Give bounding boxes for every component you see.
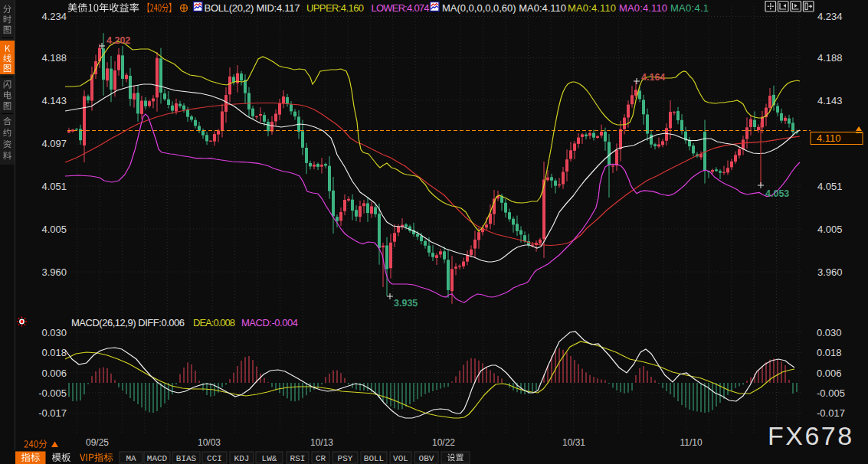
svg-text:4.005: 4.005 — [41, 224, 67, 235]
svg-text:4.234: 4.234 — [41, 11, 67, 22]
svg-text:-0.017: -0.017 — [817, 407, 845, 419]
svg-text:4.164: 4.164 — [641, 72, 665, 83]
svg-text:MA(0,0,0,0,0,60) MA0:4.110: MA(0,0,0,0,0,60) MA0:4.110 — [442, 2, 566, 14]
svg-text:BOLL(20,2) MID:4.117: BOLL(20,2) MID:4.117 — [205, 2, 300, 14]
svg-text:4.234: 4.234 — [817, 11, 843, 22]
svg-text:FX678: FX678 — [768, 421, 854, 450]
svg-text:4.053: 4.053 — [765, 188, 789, 199]
svg-text:10/03: 10/03 — [198, 437, 221, 448]
svg-text:0.018: 0.018 — [41, 347, 67, 358]
svg-text:LW&: LW& — [262, 454, 277, 463]
svg-text:MA0:4.110: MA0:4.110 — [619, 2, 667, 14]
svg-text:CCI: CCI — [207, 454, 222, 463]
svg-text:4.143: 4.143 — [817, 95, 843, 106]
svg-text:MACD(26,12,9) DIFF:0.006: MACD(26,12,9) DIFF:0.006 — [71, 317, 185, 328]
svg-text:BOLL: BOLL — [364, 454, 384, 463]
svg-text:4.051: 4.051 — [41, 181, 67, 192]
svg-text:-0.005: -0.005 — [817, 387, 845, 399]
svg-text:10/22: 10/22 — [432, 437, 455, 448]
svg-text:-0.005: -0.005 — [38, 387, 67, 399]
svg-text:11/10: 11/10 — [680, 437, 702, 448]
svg-text:0.006: 0.006 — [41, 368, 67, 379]
svg-text:3.960: 3.960 — [817, 266, 843, 278]
svg-text:CR: CR — [316, 454, 326, 463]
svg-text:4.097: 4.097 — [41, 138, 67, 149]
svg-text:0.006: 0.006 — [817, 368, 842, 379]
svg-text:VOL: VOL — [393, 454, 408, 463]
svg-text:4.202: 4.202 — [106, 35, 130, 46]
svg-text:4.110: 4.110 — [817, 132, 841, 144]
svg-text:09/25: 09/25 — [86, 437, 109, 448]
svg-text:OBV: OBV — [419, 454, 434, 463]
svg-text:3.935: 3.935 — [394, 298, 418, 309]
svg-text:4.188: 4.188 — [817, 52, 843, 64]
svg-text:4.005: 4.005 — [817, 224, 843, 235]
svg-text:MACD:-0.004: MACD:-0.004 — [241, 317, 298, 328]
svg-text:UPPER:4.160: UPPER:4.160 — [306, 2, 364, 14]
svg-text:0.030: 0.030 — [41, 327, 67, 338]
svg-text:MACD: MACD — [147, 454, 168, 463]
svg-text:4.188: 4.188 — [41, 52, 67, 64]
svg-text:3.960: 3.960 — [41, 266, 67, 278]
svg-text:4.051: 4.051 — [817, 181, 843, 192]
svg-text:MA: MA — [126, 454, 136, 463]
svg-text:0.018: 0.018 — [817, 347, 842, 358]
svg-text:4.143: 4.143 — [41, 95, 67, 106]
svg-text:LOWER:4.074: LOWER:4.074 — [372, 2, 430, 14]
svg-text:KDJ: KDJ — [234, 454, 250, 463]
svg-text:0.030: 0.030 — [817, 327, 842, 338]
svg-text:PSY: PSY — [338, 454, 353, 463]
svg-text:RSI: RSI — [290, 454, 306, 463]
svg-text:BIAS: BIAS — [176, 454, 197, 463]
svg-text:10/31: 10/31 — [562, 437, 585, 448]
svg-text:MA0:4.1: MA0:4.1 — [670, 2, 709, 14]
svg-text:-0.017: -0.017 — [38, 407, 67, 419]
svg-text:10/13: 10/13 — [310, 437, 333, 448]
svg-text:DEA:0.008: DEA:0.008 — [193, 317, 235, 328]
svg-text:MA0:4.110: MA0:4.110 — [568, 2, 616, 14]
